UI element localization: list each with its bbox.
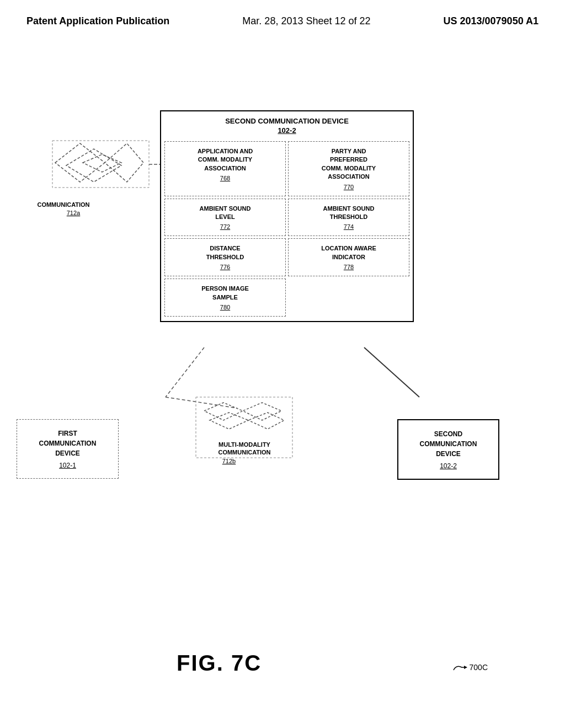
sheet-info: Mar. 28, 2013 Sheet 12 of 22 bbox=[242, 15, 370, 27]
svg-line-7 bbox=[166, 347, 204, 397]
first-comm-label: FIRSTCOMMUNICATIONDEVICE bbox=[23, 429, 113, 458]
box-778-number: 778 bbox=[292, 264, 406, 270]
fig-label: FIG. 7C bbox=[177, 651, 262, 676]
inner-box-774: AMBIENT SOUNDTHRESHOLD 774 bbox=[288, 199, 409, 237]
svg-text:MULTI-MODALITY: MULTI-MODALITY bbox=[218, 441, 271, 448]
box-768-number: 768 bbox=[168, 175, 282, 181]
svg-text:712a: 712a bbox=[67, 210, 81, 216]
scd-title: SECOND COMMUNICATION DEVICE bbox=[161, 111, 413, 126]
inner-box-776: DISTANCETHRESHOLD 776 bbox=[164, 238, 286, 276]
patent-number: US 2013/0079050 A1 bbox=[444, 15, 539, 27]
svg-rect-10 bbox=[196, 397, 292, 458]
svg-marker-1 bbox=[83, 154, 121, 172]
box-770-label: PARTY ANDPREFERREDCOMM. MODALITYASSOCIAT… bbox=[292, 147, 406, 181]
svg-line-8 bbox=[166, 397, 237, 408]
second-comm-bottom-number: 102-2 bbox=[404, 462, 493, 470]
box-776-label: DISTANCETHRESHOLD bbox=[168, 244, 282, 261]
multi-modality-shape: MULTI-MODALITY COMMUNICATION 712b bbox=[196, 397, 292, 464]
second-comm-bottom-label: SECONDCOMMUNICATIONDEVICE bbox=[404, 429, 493, 459]
box-772-label: AMBIENT SOUNDLEVEL bbox=[168, 205, 282, 222]
box-774-label: AMBIENT SOUNDTHRESHOLD bbox=[292, 205, 406, 222]
svg-line-9 bbox=[364, 347, 419, 397]
box-776-number: 776 bbox=[168, 264, 282, 270]
box-774-number: 774 bbox=[292, 223, 406, 230]
svg-rect-2 bbox=[52, 141, 149, 188]
inner-box-778: LOCATION AWAREINDICATOR 778 bbox=[288, 238, 409, 276]
arrow-icon bbox=[451, 662, 467, 673]
inner-box-780: PERSON IMAGESAMPLE 780 bbox=[164, 279, 286, 317]
box-770-number: 770 bbox=[292, 184, 406, 190]
svg-text:COMMUNICATION: COMMUNICATION bbox=[218, 449, 270, 456]
communication-shape-top: COMMUNICATION 712a bbox=[37, 141, 149, 216]
scd-subtitle: 102-2 bbox=[161, 126, 413, 139]
box-778-label: LOCATION AWAREINDICATOR bbox=[292, 244, 406, 261]
box-780-number: 780 bbox=[168, 304, 282, 311]
second-comm-device-top: SECOND COMMUNICATION DEVICE 102-2 APPLIC… bbox=[160, 110, 414, 322]
svg-marker-14 bbox=[464, 666, 467, 669]
first-comm-device: FIRSTCOMMUNICATIONDEVICE 102-1 bbox=[17, 419, 119, 479]
box-768-label: APPLICATION ANDCOMM. MODALITYASSOCIATION bbox=[168, 147, 282, 173]
fig-reference: 700C bbox=[451, 662, 488, 673]
empty-cell bbox=[288, 279, 409, 317]
second-comm-device-bottom: SECONDCOMMUNICATIONDEVICE 102-2 bbox=[397, 419, 499, 480]
publication-label: Patent Application Publication bbox=[26, 15, 169, 27]
svg-text:COMMUNICATION: COMMUNICATION bbox=[37, 201, 89, 208]
fig-number: 700C bbox=[470, 663, 488, 672]
box-780-label: PERSON IMAGESAMPLE bbox=[168, 285, 282, 302]
page-header: Patent Application Publication Mar. 28, … bbox=[0, 0, 565, 27]
inner-box-772: AMBIENT SOUNDLEVEL 772 bbox=[164, 199, 286, 237]
svg-marker-0 bbox=[66, 149, 121, 182]
box-772-number: 772 bbox=[168, 223, 282, 230]
inner-box-770: PARTY ANDPREFERREDCOMM. MODALITYASSOCIAT… bbox=[288, 141, 409, 196]
svg-text:712b: 712b bbox=[222, 458, 236, 464]
inner-box-768: APPLICATION ANDCOMM. MODALITYASSOCIATION… bbox=[164, 141, 286, 196]
first-comm-number: 102-1 bbox=[23, 462, 113, 469]
